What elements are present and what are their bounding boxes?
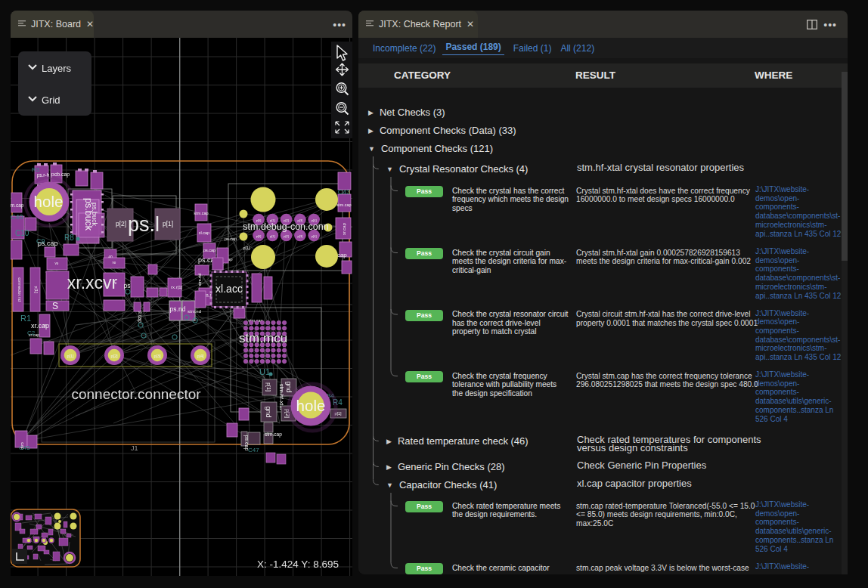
svg-text:R1: R1: [20, 314, 31, 323]
svg-text:C9: C9: [36, 237, 45, 245]
svg-text:hole: hole: [296, 397, 326, 414]
svg-text:ps.cap: ps.cap: [203, 248, 215, 252]
svg-text:R3: R3: [32, 166, 40, 173]
svg-text:p[3]: p[3]: [298, 234, 303, 238]
svg-text:ps.nd: ps.nd: [170, 305, 186, 313]
svg-text:ps.cap: ps.cap: [225, 237, 237, 241]
svg-text:C45: C45: [19, 444, 30, 451]
svg-text:p[0]: p[0]: [256, 234, 262, 238]
svg-text:connector.connector: connector.connector: [71, 386, 201, 402]
svg-text:xl.cap: xl.cap: [199, 231, 209, 235]
svg-text:rx.r[1]: rx.r[1]: [171, 285, 183, 289]
svg-text:xr.cap: xr.cap: [31, 322, 49, 330]
svg-text:vo: vo: [113, 261, 116, 265]
svg-text:vo: vo: [55, 262, 59, 265]
svg-text:xl.cap: xl.cap: [137, 310, 143, 323]
svg-text:stm.cap: stm.cap: [11, 203, 24, 209]
svg-text:p[1]: p[1]: [34, 286, 39, 293]
svg-text:S: S: [52, 301, 58, 311]
svg-text:p[1]: p[1]: [270, 234, 275, 238]
svg-text:p[2]: p[2]: [110, 354, 118, 358]
svg-text:p[1]: p[1]: [67, 354, 74, 358]
svg-text:C10: C10: [15, 229, 29, 237]
svg-text:connector.rid: connector.rid: [17, 277, 22, 302]
svg-text:p[1]: p[1]: [163, 220, 173, 227]
svg-text:stm.nd: stm.nd: [188, 309, 201, 314]
svg-text:p[1]: p[1]: [243, 246, 250, 250]
svg-text:stm.rid: stm.rid: [197, 274, 202, 286]
svg-text:xr.xcvr: xr.xcvr: [67, 273, 118, 292]
svg-text:stm.debug-con.conn: stm.debug-con.conn: [243, 221, 328, 232]
svg-text:X: -1.424 Y: 8.695: X: -1.424 Y: 8.695: [257, 559, 339, 570]
svg-text:p[2]: p[2]: [116, 220, 126, 227]
svg-text:xr.cap: xr.cap: [342, 222, 346, 235]
svg-text:R8: R8: [64, 234, 74, 242]
svg-text:p[3]: p[3]: [153, 354, 161, 358]
svg-text:stm.cap: stm.cap: [265, 432, 282, 438]
svg-text:C2: C2: [27, 330, 36, 336]
svg-text:stm.mcu: stm.mcu: [239, 331, 287, 345]
svg-text:C40: C40: [11, 213, 23, 221]
svg-text:ps.buck: ps.buck: [91, 203, 98, 227]
svg-text:p[4]: p[4]: [312, 234, 317, 238]
svg-text:C43: C43: [338, 188, 351, 196]
svg-text:stm.cap: stm.cap: [194, 211, 208, 215]
svg-text:gnd: gnd: [265, 406, 272, 417]
svg-text:stm.cap: stm.cap: [336, 203, 351, 207]
svg-text:hole: hole: [34, 193, 64, 210]
svg-text:J1: J1: [131, 444, 138, 452]
svg-text:Layers: Layers: [42, 63, 72, 74]
svg-text:U1: U1: [259, 367, 270, 376]
svg-text:p[2]: p[2]: [284, 234, 289, 238]
svg-text:p[4]: p[4]: [197, 354, 204, 358]
svg-text:xl.acc: xl.acc: [215, 283, 243, 295]
svg-text:C47: C47: [248, 447, 259, 453]
svg-text:gnd: gnd: [285, 381, 293, 392]
svg-text:Grid: Grid: [42, 94, 60, 106]
svg-text:p[1]: p[1]: [265, 382, 271, 391]
svg-text:ps.l: ps.l: [128, 213, 160, 236]
